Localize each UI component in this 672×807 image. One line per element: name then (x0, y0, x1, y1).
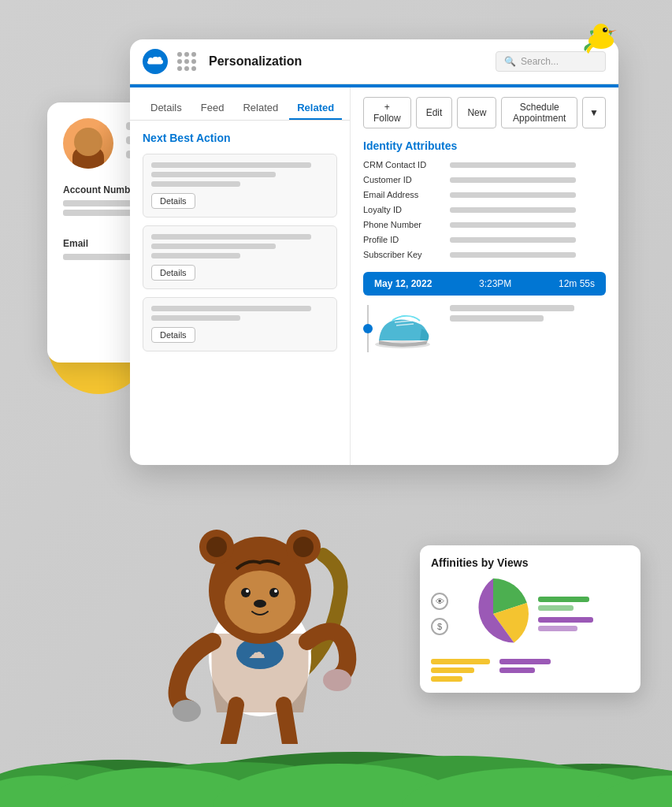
dropdown-button[interactable]: ▼ (582, 97, 606, 128)
sf-header: Personalization 🔍 Search... (130, 39, 618, 84)
customer-id-label: Customer ID (363, 175, 442, 184)
search-icon: 🔍 (504, 56, 516, 67)
sf-body: Details Feed Related Related Next Best A… (130, 87, 618, 465)
new-button[interactable]: New (457, 97, 496, 128)
yellow-bars (431, 659, 490, 682)
purple-bars (499, 659, 551, 682)
legend-purple (538, 617, 629, 631)
timeline-duration: 12m 55s (559, 278, 595, 289)
loyalty-id-row: Loyalty ID (363, 205, 606, 214)
nba-card-2: Details (143, 225, 337, 289)
tab-related-2[interactable]: Related (289, 97, 342, 120)
timeline-dot (363, 324, 373, 333)
timeline-time: 3:23PM (479, 278, 511, 289)
pie-chart (458, 578, 529, 649)
search-placeholder: Search... (521, 56, 559, 67)
salesforce-panel: Personalization 🔍 Search... Details Feed… (130, 39, 618, 465)
avatar (63, 118, 113, 169)
phone-number-label: Phone Number (363, 220, 442, 229)
product-shoe-image (373, 305, 436, 352)
nba-title: Next Best Action (143, 132, 337, 144)
nba-details-btn-3[interactable]: Details (151, 327, 195, 343)
subscriber-key-label: Subscriber Key (363, 250, 442, 259)
schedule-button[interactable]: Schedule Appointment (501, 97, 577, 128)
identity-fields: CRM Contact ID Customer ID Email Address… (363, 160, 606, 259)
sf-right-panel: + Follow Edit New Schedule Appointment ▼… (351, 87, 618, 465)
nba-section: Next Best Action Details Deta (130, 121, 350, 370)
affinities-title: Affinities by Views (431, 556, 629, 569)
dollar-icon: $ (431, 618, 448, 635)
bird-decoration (577, 16, 625, 58)
svg-point-33 (603, 28, 607, 32)
salesforce-logo (143, 49, 168, 74)
email-address-row: Email Address (363, 190, 606, 199)
crm-contact-label: CRM Contact ID (363, 160, 442, 169)
timeline-description (444, 305, 606, 325)
eye-icon: 👁 (431, 593, 448, 610)
follow-button[interactable]: + Follow (363, 97, 411, 128)
identity-section: Identity Attributes CRM Contact ID Custo… (363, 139, 606, 259)
app-title: Personalization (209, 54, 486, 69)
profile-id-label: Profile ID (363, 235, 442, 244)
phone-number-row: Phone Number (363, 220, 606, 229)
tab-details[interactable]: Details (143, 97, 190, 120)
profile-id-row: Profile ID (363, 235, 606, 244)
tab-feed[interactable]: Feed (193, 97, 232, 120)
apps-grid-icon[interactable] (177, 52, 196, 71)
svg-point-34 (605, 28, 607, 30)
nba-card-1: Details (143, 154, 337, 218)
legend-green (538, 597, 629, 611)
timeline-content (363, 305, 606, 352)
affinities-bottom-bars (431, 659, 629, 682)
affinities-legend (538, 597, 629, 631)
customer-id-row: Customer ID (363, 175, 606, 184)
crm-contact-row: CRM Contact ID (363, 160, 606, 169)
edit-button[interactable]: Edit (416, 97, 453, 128)
affinities-body: 👁 $ (431, 578, 629, 649)
timeline-date: May 12, 2022 (374, 278, 432, 289)
affinities-card: Affinities by Views 👁 $ (420, 545, 640, 693)
nba-details-btn-1[interactable]: Details (151, 193, 195, 209)
sf-left-panel: Details Feed Related Related Next Best A… (130, 87, 351, 465)
timeline-bar: May 12, 2022 3:23PM 12m 55s (363, 272, 606, 296)
nba-details-btn-2[interactable]: Details (151, 265, 195, 281)
identity-title: Identity Attributes (363, 139, 606, 152)
action-bar: + Follow Edit New Schedule Appointment ▼ (363, 97, 606, 128)
affinities-icons: 👁 $ (431, 593, 448, 635)
loyalty-id-label: Loyalty ID (363, 205, 442, 214)
tabs-nav: Details Feed Related Related (130, 87, 350, 121)
subscriber-key-row: Subscriber Key (363, 250, 606, 259)
tab-related-1[interactable]: Related (235, 97, 286, 120)
email-address-label: Email Address (363, 190, 442, 199)
nba-card-3: Details (143, 297, 337, 351)
